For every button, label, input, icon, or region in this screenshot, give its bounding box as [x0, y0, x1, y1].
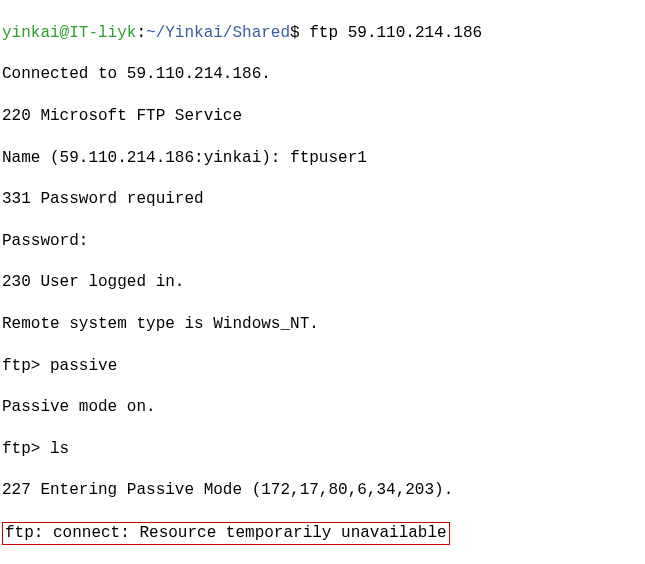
- ftp-prompt-line: ftp> passive: [2, 356, 643, 377]
- prompt-user: yinkai@IT-liyk: [2, 24, 136, 42]
- ftp-prompt-line: ftp> ls: [2, 439, 643, 460]
- command-ftp: ftp 59.110.214.186: [309, 24, 482, 42]
- output-line: Name (59.110.214.186:yinkai): ftpuser1: [2, 148, 643, 169]
- output-line: 220 Microsoft FTP Service: [2, 106, 643, 127]
- output-line: Remote system type is Windows_NT.: [2, 314, 643, 335]
- output-line: 230 User logged in.: [2, 272, 643, 293]
- ftp-prompt: ftp>: [2, 440, 50, 458]
- output-line: 331 Password required: [2, 189, 643, 210]
- shell-prompt-line: yinkai@IT-liyk:~/Yinkai/Shared$ ftp 59.1…: [2, 23, 643, 44]
- output-line: 227 Entering Passive Mode (172,17,80,6,3…: [2, 480, 643, 501]
- error-text: ftp: connect: Resource temporarily unava…: [2, 522, 450, 545]
- command-passive: passive: [50, 357, 117, 375]
- terminal-output: yinkai@IT-liyk:~/Yinkai/Shared$ ftp 59.1…: [2, 2, 643, 564]
- command-ls: ls: [50, 440, 69, 458]
- error-line-highlighted: ftp: connect: Resource temporarily unava…: [2, 522, 643, 545]
- prompt-sep: :: [136, 24, 146, 42]
- ftp-prompt: ftp>: [2, 357, 50, 375]
- prompt-symbol: $: [290, 24, 309, 42]
- output-line: Connected to 59.110.214.186.: [2, 64, 643, 85]
- output-line: Password:: [2, 231, 643, 252]
- prompt-path: ~/Yinkai/Shared: [146, 24, 290, 42]
- output-line: Passive mode on.: [2, 397, 643, 418]
